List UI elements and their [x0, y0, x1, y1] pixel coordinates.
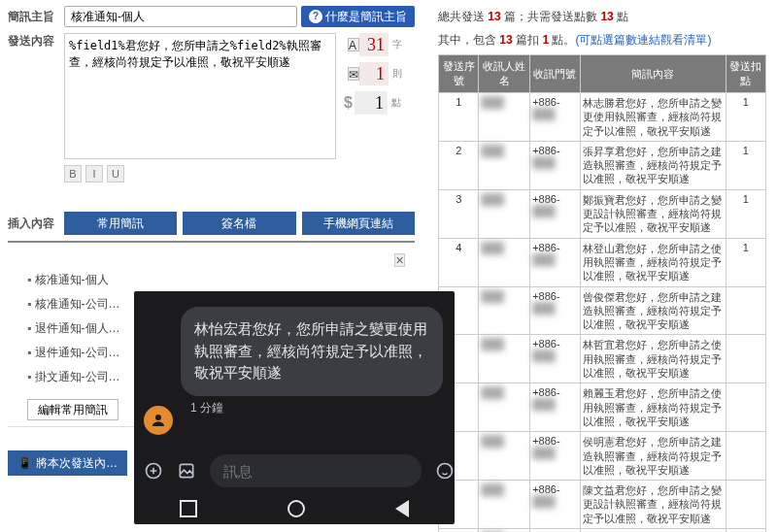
signature-button[interactable]: 簽名檔 — [183, 212, 295, 235]
counters: A31字 ✉1則 $1點 — [344, 33, 402, 159]
insert-label: 插入內容 — [8, 216, 64, 232]
list-item[interactable]: 核准通知-個人 — [27, 268, 415, 292]
cell-phone: +886-███ — [530, 141, 580, 189]
send-button[interactable]: 📱 將本次發送內… — [8, 450, 127, 476]
cell-msg: 張昇享君您好，您所申請之建造執照審查，經核尚符規定予以准照，敬祝平安順遂 — [580, 141, 726, 189]
sms-time: 1 分鐘 — [190, 400, 455, 416]
svg-point-0 — [155, 415, 161, 420]
table-row: ███+886-███曾俊傑君您好，您所申請之建造執照審查，經核尚符規定予以准照… — [439, 286, 766, 335]
home-icon[interactable] — [287, 500, 305, 517]
italic-icon[interactable]: I — [85, 165, 103, 183]
phone-icon: 📱 — [17, 456, 32, 470]
help-button[interactable]: ? 什麼是簡訊主旨 — [301, 6, 415, 27]
svg-rect-2 — [180, 464, 192, 477]
table-row: 4███+886-███林登山君您好，您所申請之使用執照審查，經核尚符規定予以准… — [439, 238, 766, 286]
cell-msg: 林哲宜君您好，您所申請之使用執照審查，經核尚符規定予以准照，敬祝平安順遂 — [580, 335, 726, 383]
cell-name: ███ — [479, 286, 530, 335]
cell-name: ███ — [479, 238, 530, 286]
th-msg: 簡訊內容 — [580, 55, 726, 93]
th-seq: 發送序號 — [439, 55, 479, 93]
cell-seq: 1 — [439, 93, 479, 142]
avatar-icon — [144, 406, 173, 435]
cell-msg: 曾俊傑君您好，您所申請之建造執照審查，經核尚符規定予以准照，敬祝平安順遂 — [580, 286, 726, 335]
cell-pts — [726, 529, 765, 532]
cell-pts: 1 — [726, 141, 765, 189]
cell-pts — [726, 335, 765, 383]
count-link[interactable]: 13 — [499, 33, 512, 47]
cell-seq: 3 — [439, 189, 479, 238]
underline-icon[interactable]: U — [107, 165, 124, 183]
bold-icon[interactable]: B — [64, 165, 82, 183]
cell-seq: 2 — [439, 141, 479, 189]
cell-msg: 賴麗玉君您好，您所申請之使用執照審查，經核尚符規定予以准照，敬祝平安順遂 — [580, 383, 726, 432]
summary-line-1: 總共發送 13 篇；共需發送點數 13 點 — [438, 8, 766, 25]
title-label: 簡訊主旨 — [8, 9, 64, 25]
recipient-table: 發送序號 收訊人姓名 收訊門號 簡訊內容 發送扣點 1███+886-███林志… — [438, 54, 766, 532]
cell-phone: +886-███ — [530, 335, 580, 383]
table-row: ███+886-███楊坤明君您好，您所申請之使用執照審查，經核尚符規定予以准照… — [439, 529, 766, 532]
msg-count: 1 — [359, 62, 388, 85]
phone-preview: 林怡宏君您好，您所申請之變更使用執照審查，經核尚符規定予以准照，敬祝平安順遂 1… — [134, 291, 455, 524]
sms-bubble: 林怡宏君您好，您所申請之變更使用執照審查，經核尚符規定予以准照，敬祝平安順遂 — [181, 307, 443, 396]
close-icon[interactable]: ✕ — [394, 253, 405, 267]
cell-pts: 1 — [726, 93, 765, 142]
table-row: 2███+886-███張昇享君您好，您所申請之建造執照審查，經核尚符規定予以准… — [439, 141, 766, 189]
cell-phone: +886-███ — [530, 93, 580, 142]
recent-icon[interactable] — [180, 500, 197, 517]
question-icon: ? — [309, 10, 322, 23]
cell-phone: +886-███ — [530, 238, 580, 286]
format-toolbar: B I U — [64, 165, 415, 183]
common-sms-button[interactable]: 常用簡訊 — [64, 212, 177, 235]
gallery-icon[interactable] — [177, 460, 196, 482]
cell-name: ███ — [479, 529, 530, 532]
phone-navbar — [134, 493, 455, 524]
table-row: ███+886-███林哲宜君您好，您所申請之使用執照審查，經核尚符規定予以准照… — [439, 335, 766, 383]
back-icon[interactable] — [395, 500, 409, 517]
plus-icon[interactable] — [144, 460, 163, 482]
table-row: ███+886-███侯明憲君您好，您所申請之建造執照審查，經核尚符規定予以准照… — [439, 432, 766, 481]
char-icon: A — [348, 38, 359, 51]
th-phone: 收訊門號 — [530, 55, 580, 93]
cell-name: ███ — [479, 481, 530, 529]
phone-message-input[interactable] — [210, 454, 422, 487]
cell-msg: 陳文益君您好，您所申請之變更設計執照審查，經核尚符規定予以准照，敬祝平安順遂 — [580, 481, 726, 529]
char-count: 31 — [359, 33, 388, 56]
cell-phone: +886-███ — [530, 189, 580, 238]
th-name: 收訊人姓名 — [479, 55, 530, 93]
mobile-link-button[interactable]: 手機網頁連結 — [302, 212, 415, 235]
cell-name: ███ — [479, 93, 530, 142]
cell-name: ███ — [479, 189, 530, 238]
cell-name: ███ — [479, 141, 530, 189]
svg-point-3 — [438, 464, 453, 479]
cell-phone: +886-███ — [530, 432, 580, 481]
preview-panel: 總共發送 13 篇；共需發送點數 13 點 其中，包含 13 篇扣 1 點。(可… — [432, 0, 772, 532]
table-row: ███+886-███賴麗玉君您好，您所申請之使用執照審查，經核尚符規定予以准照… — [439, 383, 766, 432]
title-input[interactable] — [64, 6, 297, 27]
content-label: 發送內容 — [8, 33, 64, 50]
table-row: ███+886-███陳文益君您好，您所申請之變更設計執照審查，經核尚符規定予以… — [439, 481, 766, 529]
msg-icon: ✉ — [348, 67, 359, 81]
cell-name: ███ — [479, 335, 530, 383]
cell-phone: +886-███ — [530, 383, 580, 432]
cell-msg: 林登山君您好，您所申請之使用執照審查，經核尚符規定予以准照，敬祝平安順遂 — [580, 238, 726, 286]
cell-phone: +886-███ — [530, 481, 580, 529]
cell-seq — [439, 529, 479, 532]
cell-pts — [726, 481, 765, 529]
message-textarea[interactable] — [64, 33, 336, 159]
pt-count: 1 — [355, 91, 388, 115]
table-row: 1███+886-███林志勝君您好，您所申請之變更使用執照審查，經核尚符規定予… — [439, 93, 766, 142]
th-pts: 發送扣點 — [726, 55, 765, 93]
table-row: 3███+886-███鄭振寶君您好，您所申請之變更設計執照審查，經核尚符規定予… — [439, 189, 766, 238]
cell-pts: 1 — [726, 189, 765, 238]
cell-msg: 侯明憲君您好，您所申請之建造執照審查，經核尚符規定予以准照，敬祝平安順遂 — [580, 432, 726, 481]
emoji-icon[interactable] — [435, 460, 455, 482]
cell-msg: 鄭振寶君您好，您所申請之變更設計執照審查，經核尚符規定予以准照，敬祝平安順遂 — [580, 189, 726, 238]
dollar-icon: $ — [344, 94, 353, 112]
detail-link[interactable]: (可點選篇數連結觀看清單) — [575, 33, 711, 47]
cell-msg: 楊坤明君您好，您所申請之使用執照審查，經核尚符規定予以准照，敬祝平安順遂 — [580, 529, 726, 532]
summary-line-2: 其中，包含 13 篇扣 1 點。(可點選篇數連結觀看清單) — [438, 31, 766, 49]
cell-pts — [726, 383, 765, 432]
edit-common-button[interactable]: 編輯常用簡訊 — [27, 399, 118, 420]
cell-phone: +886-███ — [530, 529, 580, 532]
cell-name: ███ — [479, 383, 530, 432]
